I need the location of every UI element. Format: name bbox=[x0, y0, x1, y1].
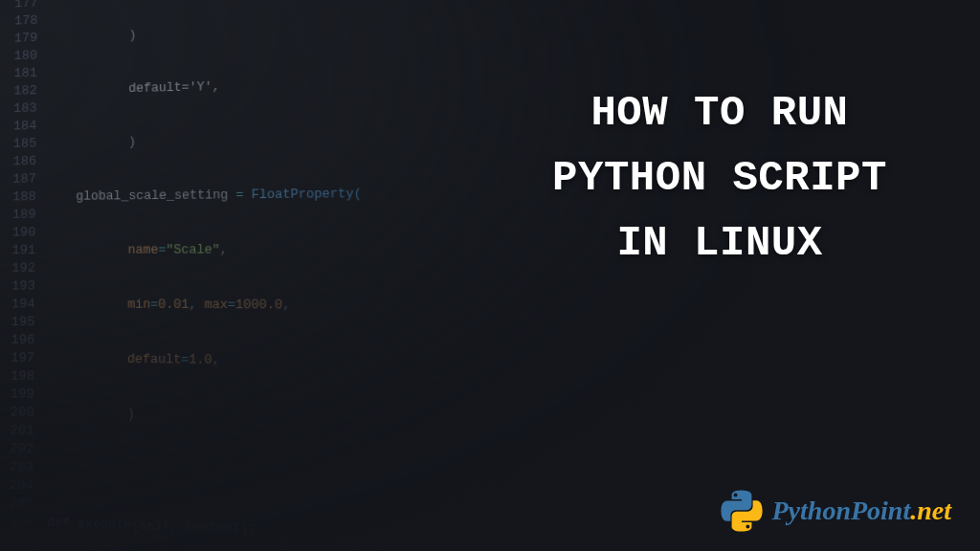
line-number-gutter: 177 178 179 180 181 182 183 184 185 186 … bbox=[0, 0, 44, 551]
line-number: 195 bbox=[0, 314, 41, 332]
line-number: 186 bbox=[1, 153, 42, 171]
line-number: 204 bbox=[0, 476, 39, 496]
line-number: 202 bbox=[0, 440, 40, 459]
line-number: 191 bbox=[0, 242, 41, 260]
article-title: HOW TO RUN PYTHON SCRIPT IN LINUX bbox=[509, 80, 930, 276]
line-number: 203 bbox=[0, 458, 40, 477]
brand-name: PythonPoint.net bbox=[772, 496, 951, 526]
code-line: ) bbox=[48, 404, 738, 433]
line-number: 180 bbox=[2, 47, 43, 65]
line-number: 183 bbox=[2, 99, 43, 118]
code-line: default=1.0, bbox=[49, 350, 736, 376]
line-number: 187 bbox=[1, 170, 42, 188]
code-line bbox=[48, 459, 740, 494]
python-logo-icon bbox=[721, 490, 763, 532]
line-number: 185 bbox=[1, 135, 42, 153]
line-number: 197 bbox=[0, 349, 41, 367]
line-number: 181 bbox=[2, 64, 43, 82]
code-line: min=0.01, max=1000.0, bbox=[49, 296, 734, 317]
line-number: 199 bbox=[0, 386, 40, 405]
line-number: 178 bbox=[3, 11, 44, 31]
line-number: 188 bbox=[1, 188, 42, 207]
line-number: 194 bbox=[0, 296, 41, 314]
line-number: 192 bbox=[0, 259, 42, 277]
line-number: 190 bbox=[0, 224, 41, 242]
line-number: 200 bbox=[0, 404, 40, 423]
title-line-2: PYTHON SCRIPT bbox=[509, 145, 930, 210]
title-line-3: IN LINUX bbox=[509, 210, 930, 276]
line-number: 182 bbox=[2, 82, 43, 100]
line-number: 179 bbox=[3, 30, 44, 48]
line-number: 205 bbox=[0, 495, 39, 514]
line-number: 193 bbox=[0, 277, 41, 296]
status-bar: INS Python ▾ bbox=[0, 535, 522, 551]
line-number: 196 bbox=[0, 331, 41, 349]
line-number: 206 bbox=[0, 513, 39, 532]
brand-logo: PythonPoint.net bbox=[721, 490, 951, 532]
status-ins: INS bbox=[273, 538, 292, 548]
title-line-1: HOW TO RUN bbox=[509, 80, 930, 145]
line-number: 198 bbox=[0, 367, 41, 386]
code-line: ) bbox=[52, 10, 727, 47]
line-number: 189 bbox=[1, 206, 42, 224]
line-number: 184 bbox=[2, 118, 43, 136]
line-number: 201 bbox=[0, 422, 40, 441]
status-language: Python ▾ bbox=[313, 537, 365, 548]
